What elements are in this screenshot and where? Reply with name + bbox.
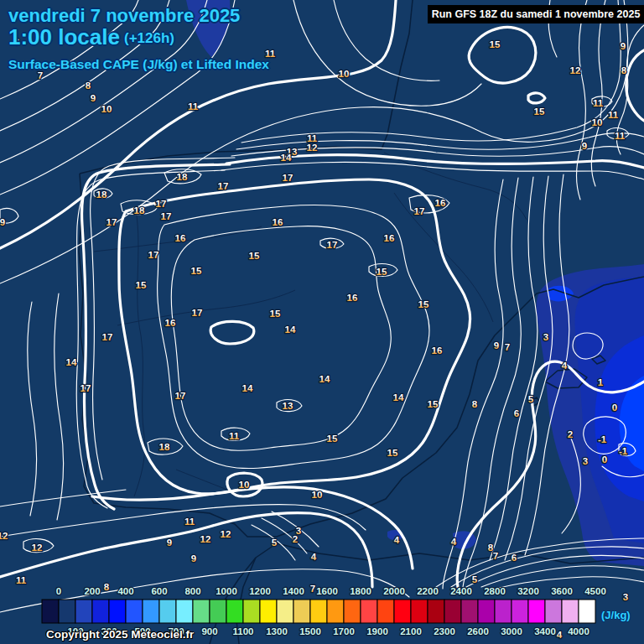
scale-value: 3000 xyxy=(501,626,522,636)
lifted-index-value: 15 xyxy=(136,280,147,290)
lifted-index-value: 17 xyxy=(106,217,117,227)
lifted-index-value: 12 xyxy=(570,65,581,75)
scale-value: 1600 xyxy=(316,586,338,596)
lifted-index-value: 9 xyxy=(167,538,172,548)
lifted-index-value: 15 xyxy=(387,448,398,458)
scale-value: 900 xyxy=(201,626,217,636)
lifted-index-value: 16 xyxy=(432,345,443,356)
lifted-index-value: 16 xyxy=(273,217,283,227)
scale-cell xyxy=(528,600,545,623)
scale-value: 600 xyxy=(151,586,167,596)
lifted-index-value: -1 xyxy=(619,446,628,456)
cape-lifted-index-map: 8789101111111213141817171817181717916161… xyxy=(0,0,644,644)
scale-cell xyxy=(126,600,143,623)
lifted-index-value: -1 xyxy=(598,434,607,444)
lifted-index-value: 8 xyxy=(86,80,91,91)
scale-cell xyxy=(210,600,226,623)
lifted-index-value: 7 xyxy=(310,584,315,594)
scale-value: 1800 xyxy=(350,586,371,596)
lifted-index-value: 11 xyxy=(229,431,240,441)
scale-value: 400 xyxy=(117,586,133,596)
scale-value: 2100 xyxy=(400,626,422,636)
lifted-index-value: 15 xyxy=(418,299,429,309)
lifted-index-value: 17 xyxy=(218,181,229,191)
lifted-index-value: 8 xyxy=(472,399,478,409)
lifted-index-value: 15 xyxy=(490,39,501,49)
valid-time: 1:00 locale xyxy=(8,24,120,50)
lifted-index-value: 1 xyxy=(598,377,604,387)
lifted-index-value: 14 xyxy=(281,153,292,163)
lifted-index-value: 11 xyxy=(608,110,619,120)
lifted-index-value: 4 xyxy=(562,361,568,371)
lifted-index-value: 15 xyxy=(534,106,545,117)
lifted-index-value: 17 xyxy=(327,240,338,250)
scale-color-cells xyxy=(42,600,595,623)
lifted-index-value: 4 xyxy=(557,630,563,640)
lifted-index-value: 15 xyxy=(428,399,439,409)
scale-cell xyxy=(243,600,260,623)
scale-unit-label: (J/kg) xyxy=(601,609,631,621)
scale-cell xyxy=(411,600,428,623)
lifted-index-value: 17 xyxy=(80,383,91,393)
lifted-index-value: 5 xyxy=(272,538,278,548)
lifted-index-value: 12 xyxy=(32,543,43,553)
scale-value: 200 xyxy=(84,586,100,596)
lifted-index-value: 10 xyxy=(239,480,250,490)
lifted-index-value: 14 xyxy=(242,383,253,393)
scale-cell xyxy=(176,600,193,623)
lifted-index-value: 16 xyxy=(347,293,358,303)
scale-value: 2300 xyxy=(434,626,455,636)
lifted-index-value: 3 xyxy=(296,526,301,536)
lifted-index-value: 12 xyxy=(307,143,318,153)
scale-cell xyxy=(461,600,478,623)
scale-cell xyxy=(42,600,59,623)
lifted-index-value: 9 xyxy=(494,340,499,351)
scale-cell xyxy=(344,600,361,623)
scale-value: 1500 xyxy=(299,626,321,636)
lifted-index-value: 16 xyxy=(165,318,176,328)
lifted-index-value: 3 xyxy=(623,592,628,602)
scale-value: 2200 xyxy=(417,586,439,596)
scale-value: 800 xyxy=(184,586,200,596)
lifted-index-value: 4 xyxy=(311,552,317,562)
scale-cell xyxy=(512,600,528,623)
scale-cell xyxy=(377,600,394,623)
lifted-index-value: 8 xyxy=(104,582,110,592)
scale-value: 1900 xyxy=(366,626,388,636)
scale-value: 3200 xyxy=(517,586,539,596)
lifted-index-value: 4 xyxy=(451,537,457,547)
scale-cell xyxy=(92,600,109,623)
scale-cell xyxy=(545,600,562,623)
lifted-index-value: 11 xyxy=(593,98,604,108)
scale-value: 4500 xyxy=(584,586,606,596)
lifted-index-value: 7 xyxy=(505,342,510,352)
lifted-index-value: 10 xyxy=(592,117,603,127)
scale-cell xyxy=(75,600,92,623)
lifted-index-value: 17 xyxy=(283,173,293,183)
scale-value: 4000 xyxy=(568,626,589,636)
lifted-index-value: 17 xyxy=(175,391,186,401)
scale-value: 3400 xyxy=(534,626,556,636)
lifted-index-value: 14 xyxy=(393,392,404,402)
lifted-index-value: 6 xyxy=(514,408,519,418)
scale-value: 2800 xyxy=(484,586,506,596)
lifted-index-value: 14 xyxy=(66,357,77,367)
lifted-index-value: 0 xyxy=(612,402,617,413)
lifted-index-value: 18 xyxy=(177,172,188,182)
scale-cell xyxy=(428,600,444,623)
scale-cell xyxy=(562,600,579,623)
scale-cell xyxy=(327,600,344,623)
lifted-index-value: 2 xyxy=(568,429,573,439)
lifted-index-value: 16 xyxy=(384,233,395,243)
scale-cell xyxy=(310,600,327,623)
scale-cell xyxy=(159,600,176,623)
lifted-index-value: 14 xyxy=(285,325,296,335)
lifted-index-value: 18 xyxy=(159,442,170,452)
lifted-index-value: 9 xyxy=(0,217,5,227)
lifted-index-value: 9 xyxy=(91,93,96,103)
lifted-index-value: 10 xyxy=(339,69,350,79)
lifted-index-value: 7 xyxy=(493,551,498,561)
weather-map-page: 8789101111111213141817171817181717916161… xyxy=(0,0,644,644)
lifted-index-value: 17 xyxy=(148,250,159,260)
lifted-index-value: 11 xyxy=(615,131,626,141)
